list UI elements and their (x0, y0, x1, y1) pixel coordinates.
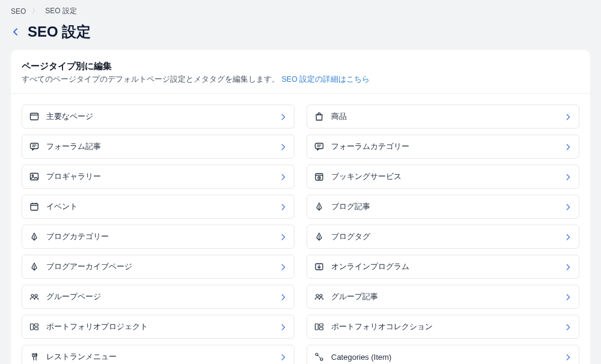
row-left: フォーラムカテゴリー (314, 141, 409, 152)
download-icon (314, 262, 324, 271)
section-description: すべてのページタイプのデフォルトページ設定とメタタグを編集します。 SEO 設定… (22, 74, 579, 85)
page-type-row[interactable]: グループ記事 (307, 285, 579, 309)
row-left: フォーラム記事 (29, 141, 101, 152)
group-icon (314, 292, 324, 302)
pen-icon (314, 232, 324, 241)
page-types-grid: 主要なページ商品フォーラム記事フォーラムカテゴリープロギャラリーブッキングサービ… (22, 105, 579, 364)
page-type-row[interactable]: グループページ (22, 285, 294, 309)
page-type-row[interactable]: レストランメニュー (22, 345, 294, 364)
path-icon (314, 352, 324, 362)
page-type-row[interactable]: ポートフォリオプロジェクト (22, 315, 294, 339)
page-type-row[interactable]: 商品 (307, 105, 579, 129)
row-left: ポートフォリオコレクション (314, 321, 433, 332)
row-label: ブログタグ (331, 231, 370, 242)
row-label: フォーラム記事 (46, 141, 101, 152)
page-type-row[interactable]: イベント (22, 195, 294, 219)
learn-more-link[interactable]: SEO 設定の詳細はこちら (281, 75, 370, 83)
pen-icon (29, 262, 39, 271)
page-title: SEO 設定 (28, 22, 91, 41)
row-left: ブッキングサービス (314, 171, 401, 182)
portfolio-icon (314, 322, 324, 332)
image-icon (29, 172, 39, 181)
page-type-row[interactable]: ブログ記事 (307, 195, 579, 219)
page-type-row[interactable]: ポートフォリオコレクション (307, 315, 579, 339)
section-title: ページタイプ別に編集 (22, 61, 579, 72)
row-label: ブログアーカイブページ (46, 261, 132, 272)
chevron-right-icon (279, 143, 287, 150)
row-left: レストランメニュー (29, 351, 117, 362)
chevron-right-icon (279, 233, 287, 240)
page-type-row[interactable]: オンラインプログラム (307, 255, 579, 279)
chevron-right-icon (564, 293, 572, 300)
row-left: ブログカテゴリー (29, 231, 109, 242)
page-type-row[interactable]: プロギャラリー (22, 165, 294, 189)
row-left: 主要なページ (29, 111, 93, 122)
row-label: レストランメニュー (46, 351, 117, 362)
breadcrumb: SEO 〉 SEO 設定 (0, 0, 601, 20)
chevron-left-icon (11, 27, 20, 37)
chevron-right-icon (564, 173, 572, 180)
row-label: プロギャラリー (46, 171, 101, 182)
chat-icon (29, 142, 39, 151)
pen-icon (29, 232, 39, 241)
chevron-right-icon (564, 143, 572, 150)
row-left: ブログアーカイブページ (29, 261, 132, 272)
page-header: SEO 設定 (0, 20, 601, 50)
chevron-right-icon (564, 113, 572, 120)
chevron-right-icon (279, 353, 287, 360)
row-label: ブログ記事 (331, 201, 370, 212)
row-left: 商品 (314, 111, 347, 122)
page-type-row[interactable]: Categories (Item) (307, 345, 579, 364)
settings-card: ページタイプ別に編集 すべてのページタイプのデフォルトページ設定とメタタグを編集… (11, 50, 590, 364)
booking-icon (314, 172, 324, 181)
window-icon (29, 112, 39, 121)
breadcrumb-item[interactable]: SEO (11, 7, 26, 16)
row-label: グループ記事 (331, 291, 378, 302)
back-button[interactable] (11, 27, 20, 37)
row-left: グループ記事 (314, 291, 378, 302)
row-label: イベント (46, 201, 78, 212)
chevron-right-icon (279, 293, 287, 300)
bag-icon (314, 112, 324, 121)
page-type-row[interactable]: ブログタグ (307, 225, 579, 249)
row-label: Categories (Item) (331, 353, 391, 362)
chevron-right-icon (279, 323, 287, 330)
breadcrumb-item[interactable]: SEO 設定 (45, 6, 77, 16)
row-label: オンラインプログラム (331, 261, 409, 272)
fork-icon (29, 352, 39, 362)
chat-icon (314, 142, 324, 151)
row-label: ブッキングサービス (331, 171, 401, 182)
chevron-right-icon (279, 203, 287, 210)
row-label: グループページ (46, 291, 101, 302)
row-label: ブログカテゴリー (46, 231, 109, 242)
group-icon (29, 292, 39, 302)
divider (11, 93, 590, 94)
chevron-right-icon (564, 263, 572, 270)
row-label: ポートフォリオコレクション (331, 321, 433, 332)
row-label: ポートフォリオプロジェクト (46, 321, 148, 332)
row-label: 商品 (331, 111, 347, 122)
chevron-right-icon (564, 203, 572, 210)
page-type-row[interactable]: 主要なページ (22, 105, 294, 129)
chevron-right-icon: 〉 (32, 6, 39, 16)
calendar-icon (29, 202, 39, 211)
row-left: ブログ記事 (314, 201, 370, 212)
chevron-right-icon (279, 113, 287, 120)
page-type-row[interactable]: ブログアーカイブページ (22, 255, 294, 279)
page-type-row[interactable]: ブッキングサービス (307, 165, 579, 189)
row-left: Categories (Item) (314, 352, 391, 362)
chevron-right-icon (279, 263, 287, 270)
row-left: オンラインプログラム (314, 261, 409, 272)
row-left: プロギャラリー (29, 171, 101, 182)
chevron-right-icon (564, 323, 572, 330)
row-left: グループページ (29, 291, 101, 302)
page-type-row[interactable]: フォーラム記事 (22, 135, 294, 159)
portfolio-icon (29, 322, 39, 332)
row-left: ポートフォリオプロジェクト (29, 321, 148, 332)
page-type-row[interactable]: フォーラムカテゴリー (307, 135, 579, 159)
page-type-row[interactable]: ブログカテゴリー (22, 225, 294, 249)
chevron-right-icon (564, 233, 572, 240)
row-label: 主要なページ (46, 111, 93, 122)
row-left: イベント (29, 201, 78, 212)
row-left: ブログタグ (314, 231, 370, 242)
